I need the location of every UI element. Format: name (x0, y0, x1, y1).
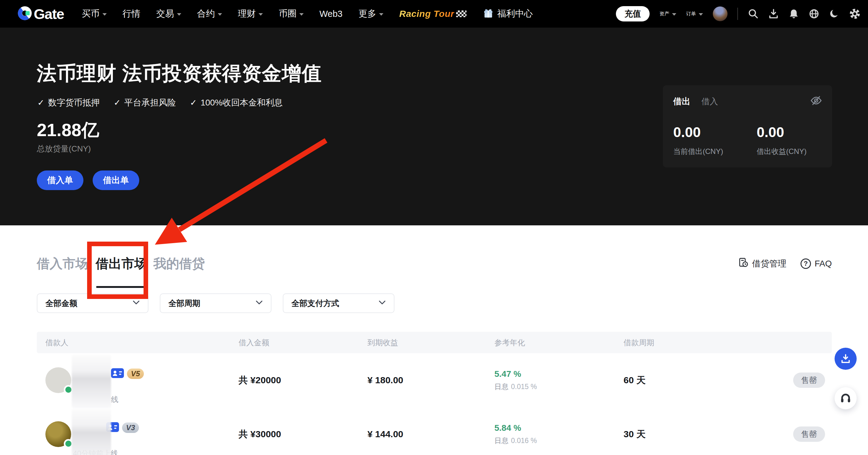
total-lending-value: 21.88亿 (37, 118, 99, 142)
borrower-avatar[interactable] (45, 421, 71, 447)
racing-tour-banner[interactable]: Racing Tour (399, 8, 466, 19)
chevron-down-icon (258, 13, 263, 15)
lend-income-value: 0.00 (757, 124, 840, 140)
filter-payment-dropdown[interactable]: 全部支付方式 (283, 293, 395, 313)
chevron-down-icon (299, 13, 304, 15)
gift-box-icon (483, 7, 494, 21)
nav-item-welfare-center[interactable]: 福利中心 (483, 7, 533, 21)
hero-section: 法币理财 法币投资获得资金增值 数字货币抵押 平台承担风险 100%收回本金和利… (0, 28, 868, 225)
borrower-avatar[interactable] (45, 367, 71, 393)
tab-borrow-market[interactable]: 借入市场 (37, 255, 88, 272)
tab-my-loans[interactable]: 我的借贷 (153, 255, 205, 272)
nav-item-assets[interactable]: 资产 (659, 11, 676, 17)
nav-icon-group (748, 8, 861, 20)
col-apr: 参考年化 (494, 337, 624, 348)
sold-out-button[interactable]: 售罄 (793, 426, 825, 442)
tab-lend-market[interactable]: 借出市场 (96, 255, 147, 272)
nav-item-earn[interactable]: 理财 (238, 8, 263, 20)
nav-item-square[interactable]: 币圈 (279, 8, 304, 20)
deposit-button[interactable]: 充值 (616, 6, 650, 22)
redacted-name-blur (72, 409, 111, 455)
language-globe-icon[interactable] (808, 8, 819, 19)
notifications-bell-icon[interactable] (788, 8, 799, 19)
lend-order-button[interactable]: 借出单 (93, 170, 139, 190)
nav-menu: 买币 行情 交易 合约 理财 币圈 Web3 更多 Racing Tour 福利… (82, 7, 533, 21)
chevron-down-icon (378, 300, 386, 306)
filter-period-dropdown[interactable]: 全部周期 (160, 293, 272, 313)
faq-link[interactable]: FAQ (801, 258, 832, 269)
feature-list: 数字货币抵押 平台承担风险 100%收回本金和利息 (37, 97, 283, 108)
settings-gear-icon[interactable] (849, 8, 861, 20)
gate-logo[interactable]: Gate (17, 5, 64, 22)
daily-rate-value: 0.015 % (511, 383, 537, 391)
table-header: 借款人 借入金额 到期收益 参考年化 借款周期 (37, 332, 832, 353)
table-row: V3 40分钟前上线 共 ¥30000 ¥ 144.00 5.84 % 日息0.… (37, 407, 832, 455)
hide-balance-eye-icon[interactable] (810, 94, 822, 108)
borrower-cell: V5 线 (45, 360, 239, 400)
loan-period: 60 天 (624, 374, 725, 387)
daily-rate-label: 日息 (494, 383, 508, 391)
loan-amount: 共 ¥30000 (239, 428, 367, 441)
gate-logo-icon (17, 5, 32, 22)
nav-item-trade[interactable]: 交易 (156, 8, 181, 20)
sold-out-button[interactable]: 售罄 (793, 372, 825, 388)
top-nav: Gate 买币 行情 交易 合约 理财 币圈 Web3 更多 Racing To… (0, 0, 868, 28)
daily-rate-value: 0.016 % (511, 436, 537, 445)
total-lending-label: 总放贷量(CNY) (37, 143, 91, 154)
balance-card-values: 0.00 当前借出(CNY) 0.00 借出收益(CNY) (673, 124, 840, 156)
floating-download-button[interactable] (835, 348, 857, 370)
top-links: 借贷管理 FAQ (738, 257, 832, 270)
hero-buttons: 借入单 借出单 (37, 170, 139, 190)
download-app-icon[interactable] (768, 8, 779, 19)
card-tab-borrow[interactable]: 借入 (702, 96, 718, 107)
nav-right-cluster: 充值 资产 订单 (616, 6, 861, 22)
id-verified-icon (111, 368, 124, 379)
nav-item-futures[interactable]: 合约 (197, 8, 222, 20)
card-tab-lend[interactable]: 借出 (673, 96, 690, 107)
borrow-order-button[interactable]: 借入单 (37, 170, 84, 190)
col-period: 借款周期 (624, 337, 725, 348)
nav-item-more[interactable]: 更多 (359, 8, 383, 20)
headphones-icon (839, 391, 852, 405)
col-payout: 到期收益 (367, 337, 494, 348)
balance-card-tabs: 借出 借入 (673, 96, 718, 107)
nav-item-orders[interactable]: 订单 (686, 11, 703, 17)
feature-item: 100%收回本金和利息 (190, 97, 282, 108)
gate-logo-text: Gate (34, 5, 64, 22)
daily-rate-label: 日息 (494, 436, 508, 445)
chevron-down-icon (699, 13, 703, 15)
checkered-flag-icon (456, 10, 466, 17)
check-icon (37, 98, 44, 108)
lend-income-label: 借出收益(CNY) (757, 147, 840, 156)
chevron-down-icon (255, 300, 263, 306)
online-time-text: 线 (111, 395, 118, 404)
chevron-down-icon (102, 13, 107, 15)
filter-amount-dropdown[interactable]: 全部金额 (37, 293, 149, 313)
check-icon (114, 98, 121, 108)
document-clock-icon (738, 257, 748, 270)
chevron-down-icon (218, 13, 222, 15)
feature-item: 平台承担风险 (114, 97, 176, 108)
col-amount: 借入金额 (239, 337, 367, 348)
current-lend-label: 当前借出(CNY) (673, 147, 757, 156)
filter-bar: 全部金额 全部周期 全部支付方式 (37, 293, 395, 313)
apr-cell: 5.84 % 日息0.016 % (494, 423, 624, 446)
nav-item-buy[interactable]: 买币 (82, 8, 107, 20)
nav-item-web3[interactable]: Web3 (319, 9, 343, 19)
user-avatar[interactable] (713, 6, 727, 21)
nav-item-markets[interactable]: 行情 (123, 8, 141, 20)
check-icon (190, 98, 197, 108)
apr-value: 5.84 % (494, 423, 624, 433)
chevron-down-icon (132, 300, 140, 306)
loan-manage-link[interactable]: 借贷管理 (738, 257, 786, 270)
market-section: 借入市场 借出市场 我的借贷 借贷管理 FAQ 全部金额 全部周期 全部支付方式 (0, 225, 868, 455)
customer-support-button[interactable] (835, 387, 857, 409)
search-icon[interactable] (748, 8, 759, 19)
table-row: V5 线 共 ¥20000 ¥ 180.00 5.47 % 日息0.015 % … (37, 353, 832, 407)
dark-mode-moon-icon[interactable] (829, 8, 840, 19)
borrower-cell: V3 40分钟前上线 (45, 414, 239, 454)
apr-cell: 5.47 % 日息0.015 % (494, 369, 624, 392)
chevron-down-icon (672, 13, 676, 15)
chevron-down-icon (177, 13, 181, 15)
loan-table: 借款人 借入金额 到期收益 参考年化 借款周期 (37, 332, 832, 455)
